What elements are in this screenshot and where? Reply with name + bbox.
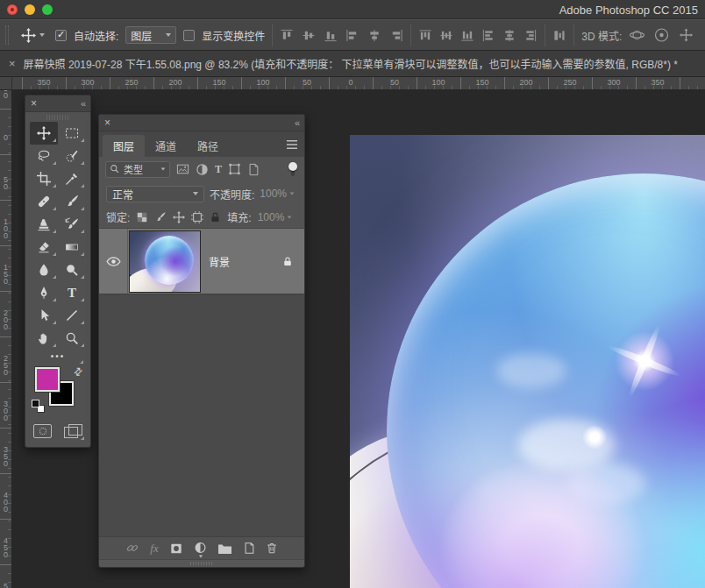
auto-select-checkbox[interactable]: [55, 30, 67, 41]
align-left-edges-icon[interactable]: [345, 29, 360, 42]
collapse-panel-icon[interactable]: «: [81, 97, 85, 110]
ruler-label: 300: [66, 78, 110, 87]
toolbox-header[interactable]: × «: [25, 96, 90, 112]
path-selection-tool[interactable]: [30, 304, 58, 327]
hand-tool[interactable]: [30, 327, 58, 350]
add-adjustment-layer-button[interactable]: [194, 542, 207, 555]
auto-select-target-dropdown[interactable]: 图层: [125, 26, 176, 44]
crop-tool-icon: [37, 172, 51, 186]
distribute-bottom-edges-icon[interactable]: [460, 29, 474, 42]
ruler-origin-corner[interactable]: [0, 77, 12, 90]
screen-mode-button[interactable]: [64, 424, 82, 438]
lock-image-pixels-icon[interactable]: [154, 211, 167, 223]
options-bar-grip[interactable]: [5, 25, 9, 45]
blur-tool[interactable]: [30, 259, 58, 281]
distribute-right-edges-icon[interactable]: [523, 29, 538, 42]
type-tool[interactable]: T: [58, 281, 86, 304]
show-transform-checkbox[interactable]: [183, 30, 195, 41]
history-brush-tool[interactable]: [58, 213, 86, 236]
align-vertical-centers-icon[interactable]: [302, 29, 316, 42]
quick-mask-button[interactable]: [33, 424, 52, 438]
foreground-color-swatch[interactable]: [35, 367, 60, 392]
eraser-tool[interactable]: [30, 236, 58, 259]
fill-value: 100%: [258, 211, 285, 223]
3d-orbit-icon[interactable]: [629, 27, 645, 43]
lock-artboard-icon[interactable]: [191, 211, 203, 223]
close-document-icon[interactable]: ×: [9, 58, 16, 69]
link-layers-icon[interactable]: [125, 542, 139, 555]
new-group-icon[interactable]: [217, 542, 232, 555]
tool-preset-picker[interactable]: [18, 26, 48, 45]
edit-toolbar-button[interactable]: •••: [25, 351, 90, 365]
spot-healing-tool-icon: [37, 195, 51, 209]
rectangular-marquee-tool[interactable]: [58, 122, 86, 145]
layer-row-background[interactable]: 背景: [99, 229, 304, 294]
close-panel-icon[interactable]: ×: [31, 97, 37, 110]
new-layer-icon[interactable]: [243, 542, 255, 555]
collapse-panel-icon[interactable]: «: [295, 117, 299, 129]
swap-colors-icon[interactable]: ⇄: [70, 364, 85, 379]
crop-tool[interactable]: [30, 167, 58, 190]
add-layer-mask-icon[interactable]: [169, 542, 183, 555]
zoom-window-button[interactable]: [42, 4, 53, 15]
lock-all-icon[interactable]: [210, 211, 221, 223]
shape-layer-filter-icon[interactable]: [228, 163, 241, 175]
3d-pan-icon[interactable]: [678, 27, 694, 43]
layer-thumbnail[interactable]: [129, 230, 201, 293]
zoom-tool[interactable]: [58, 327, 86, 350]
ruler-label: 350: [0, 433, 11, 478]
document-tab[interactable]: × 屏幕快照 2019-07-28 下午1.55.08.png @ 83.2% …: [0, 51, 705, 77]
horizontal-ruler[interactable]: 3503002502001501005005010015020025030035…: [12, 77, 705, 90]
default-colors-icon[interactable]: [32, 400, 45, 413]
align-bottom-edges-icon[interactable]: [324, 29, 338, 42]
panel-tab[interactable]: 图层: [103, 135, 145, 157]
filter-kind-dropdown[interactable]: 类型: [105, 161, 170, 178]
smart-object-filter-icon[interactable]: [247, 163, 260, 176]
layer-visibility-toggle[interactable]: [99, 229, 128, 294]
type-layer-filter-icon[interactable]: T: [215, 164, 222, 174]
align-right-edges-icon[interactable]: [389, 29, 403, 42]
lasso-tool[interactable]: [30, 145, 58, 167]
minimize-window-button[interactable]: [25, 4, 35, 15]
clone-stamp-tool[interactable]: [30, 213, 58, 236]
layers-panel-header[interactable]: × «: [99, 115, 304, 131]
opacity-field[interactable]: 100%: [260, 188, 295, 200]
align-horizontal-centers-icon[interactable]: [367, 29, 381, 42]
blend-mode-dropdown[interactable]: 正常: [106, 186, 204, 202]
gradient-tool[interactable]: [58, 236, 86, 259]
layer-name[interactable]: 背景: [209, 254, 230, 269]
eyedropper-tool[interactable]: [58, 167, 86, 190]
distribute-horizontal-centers-icon[interactable]: [502, 29, 516, 42]
dodge-tool[interactable]: [58, 259, 86, 281]
lock-position-icon[interactable]: [173, 211, 185, 223]
filter-toggle-switch[interactable]: [288, 162, 298, 177]
vertical-ruler[interactable]: 50050100150200250300350400450500: [0, 90, 12, 588]
3d-roll-icon[interactable]: [653, 27, 670, 43]
panel-resize-grip[interactable]: [99, 559, 304, 567]
distribute-top-edges-icon[interactable]: [418, 29, 432, 42]
adjustment-layer-filter-icon[interactable]: [196, 163, 209, 176]
close-window-button[interactable]: [7, 4, 18, 15]
layer-style-fx-icon[interactable]: fx: [150, 542, 158, 554]
lock-transparent-pixels-icon[interactable]: [136, 211, 148, 223]
layer-locked-icon[interactable]: [282, 256, 293, 267]
toolbox-grip[interactable]: [46, 115, 69, 120]
pen-tool[interactable]: [30, 281, 58, 304]
distribute-left-edges-icon[interactable]: [481, 29, 495, 42]
fill-field[interactable]: 100%: [258, 211, 293, 223]
pixel-layer-filter-icon[interactable]: [176, 163, 189, 175]
move-tool[interactable]: [30, 122, 58, 145]
distribute-vertical-centers-icon[interactable]: [439, 29, 453, 42]
panel-tab[interactable]: 路径: [187, 135, 229, 157]
delete-layer-icon[interactable]: [266, 542, 278, 555]
brush-tool[interactable]: [58, 190, 86, 213]
distribute-spacing-icon[interactable]: [552, 29, 566, 42]
quick-selection-tool[interactable]: [58, 145, 86, 167]
panel-menu-icon[interactable]: [286, 139, 298, 150]
spot-healing-brush-tool[interactable]: [30, 190, 58, 213]
line-tool[interactable]: [58, 304, 86, 327]
panel-tab[interactable]: 通道: [145, 135, 187, 157]
align-top-edges-icon[interactable]: [280, 29, 294, 42]
canvas[interactable]: [350, 135, 705, 588]
close-panel-icon[interactable]: ×: [104, 117, 110, 129]
